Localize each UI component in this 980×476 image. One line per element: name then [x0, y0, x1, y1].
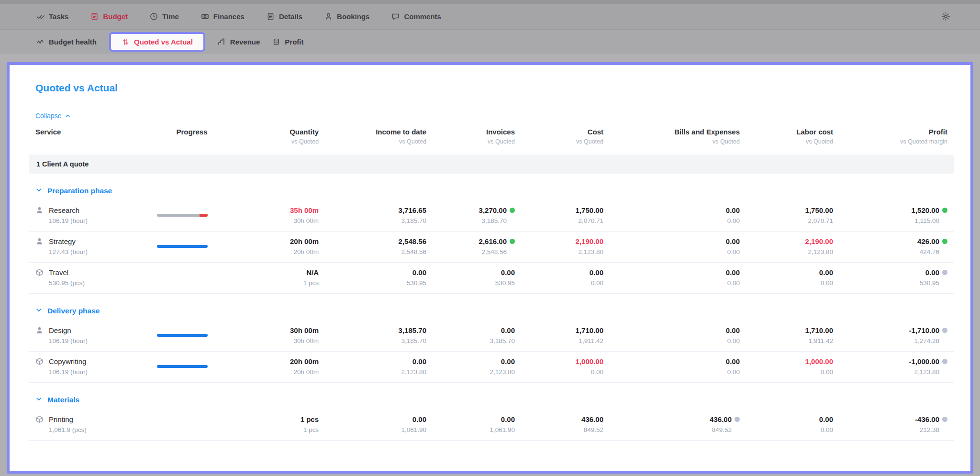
quoted-vs-actual-panel: Quoted vs Actual Collapse ServiceProgres…	[7, 62, 973, 474]
income-value-line: 0.00	[412, 415, 426, 423]
column-sublabel: vs Quoted	[740, 138, 833, 145]
table-row[interactable]: Strategy127.43 (hour)20h 00m20h 00m2,548…	[29, 232, 954, 263]
progress-fill	[157, 214, 200, 217]
chevron-down-icon[interactable]	[35, 307, 42, 315]
labor-quoted-value: 2,123.80	[808, 248, 833, 255]
quantity-value: 1 pcs	[301, 415, 319, 423]
income-quoted-value: 3,185.70	[401, 337, 426, 344]
bills-quoted-line: 849.52	[712, 426, 740, 433]
column-header-bills-and-expenses: Bills and Expensesvs Quoted	[603, 128, 740, 145]
labor-cell: 1,000.000.00	[740, 357, 833, 376]
labor-value: 0.00	[819, 268, 833, 277]
cost-value: 1,750.00	[576, 206, 603, 214]
document-icon	[267, 12, 275, 21]
package-icon	[35, 357, 44, 365]
labor-quoted-line: 0.00	[821, 279, 833, 287]
quantity-value: N/A	[306, 268, 319, 277]
table-row[interactable]: Research106.19 (hour)35h 00m30h 00m3,716…	[29, 200, 954, 232]
cost-quoted-value: 2,070.71	[578, 217, 603, 224]
quantity-quoted-value: 20h 00m	[293, 368, 319, 376]
tab-comments[interactable]: Comments	[391, 12, 441, 21]
subnav-item-quoted-vs-actual[interactable]: Quoted vs Actual	[109, 32, 205, 52]
collapse-toggle[interactable]: Collapse	[35, 112, 71, 120]
income-value: 3,716.65	[399, 206, 426, 214]
profit-value-line: -1,000.00	[909, 357, 947, 365]
chevron-up-icon	[65, 113, 71, 119]
section-header-preparation-phase[interactable]: Preparation phase	[35, 187, 954, 195]
quantity-quoted-value: 30h 00m	[293, 217, 319, 224]
labor-cell: 0.000.00	[740, 268, 833, 287]
chevron-down-icon[interactable]	[35, 396, 42, 404]
cost-value-line: 1,710.00	[576, 326, 603, 334]
profit-value: 426.00	[917, 237, 939, 245]
cost-quoted-line: 1,911.42	[579, 337, 603, 344]
table-row[interactable]: Travel530.95 (pcs)N/A1 pcs0.00530.950.00…	[29, 263, 954, 294]
labor-value: 1,750.00	[805, 206, 833, 214]
quantity-quoted-line: 20h 00m	[293, 368, 319, 376]
service-top: Printing	[35, 415, 146, 423]
service-top: Design	[35, 326, 146, 334]
coins-icon	[272, 38, 280, 46]
tab-bookings[interactable]: Bookings	[324, 12, 369, 21]
subnav-item-profit[interactable]: Profit	[272, 38, 303, 46]
progress-cell	[146, 245, 237, 248]
invoices-cell: 3,270.003,185.70	[426, 206, 515, 224]
tab-time[interactable]: Time	[150, 12, 179, 21]
column-label: Profit	[833, 128, 947, 136]
invoices-quoted-value: 2,548.56	[481, 248, 507, 255]
service-cell: Printing1,061.9 (pcs)	[29, 415, 146, 433]
profit-quoted-value: 1,274.28	[914, 337, 939, 344]
column-label: Cost	[515, 128, 603, 136]
invoices-value-line: 0.00	[501, 357, 515, 365]
invoices-value: 0.00	[501, 268, 515, 277]
column-sublabel: vs Quoted	[603, 138, 740, 145]
tab-tasks[interactable]: Tasks	[36, 12, 68, 21]
quantity-quoted-value: 20h 00m	[293, 248, 319, 255]
cost-value-line: 436.00	[581, 415, 603, 423]
labor-value: 2,190.00	[805, 237, 833, 245]
table-row[interactable]: Printing1,061.9 (pcs)1 pcs1 pcs0.001,061…	[29, 410, 954, 441]
progress-fill	[157, 365, 208, 368]
tab-details[interactable]: Details	[267, 12, 302, 21]
chevron-down-icon[interactable]	[35, 187, 42, 195]
dimmed-gap	[0, 54, 980, 62]
progress-bar	[157, 214, 208, 217]
invoices-value: 0.00	[501, 326, 515, 334]
settings-gear-icon[interactable]	[941, 12, 950, 21]
table-row[interactable]: Design106.19 (hour)30h 00m30h 00m3,185.7…	[29, 321, 954, 352]
section-header-delivery-phase[interactable]: Delivery phase	[35, 307, 954, 315]
quote-group-row[interactable]: 1 Client A quote	[29, 155, 954, 174]
profit-cell: 0.00530.95	[833, 268, 954, 287]
profit-cell: 426.00424.76	[833, 237, 954, 255]
cost-quoted-line: 2,070.71	[578, 217, 603, 224]
subnav-item-budget-health[interactable]: Budget health	[36, 38, 97, 46]
tab-budget[interactable]: Budget	[90, 12, 128, 21]
trend-line-icon	[36, 38, 45, 46]
column-sublabel: vs Quoted	[426, 138, 515, 145]
section-header-materials[interactable]: Materials	[35, 396, 954, 404]
cost-value: 1,000.00	[576, 357, 603, 365]
profit-value: -436.00	[915, 415, 939, 423]
package-icon	[35, 415, 44, 423]
progress-fill	[157, 245, 208, 248]
income-quoted-value: 2,548.56	[401, 248, 426, 255]
labor-value: 1,000.00	[805, 357, 833, 365]
column-label: Quantity	[237, 128, 319, 136]
income-value-line: 2,548.56	[399, 237, 426, 245]
status-dot-green	[510, 239, 515, 244]
invoices-quoted-line: 530.95	[495, 279, 515, 287]
income-quoted-line: 2,123.80	[401, 368, 426, 376]
income-quoted-value: 530.95	[407, 279, 426, 287]
service-name: Travel	[49, 268, 68, 277]
quantity-cell: 1 pcs1 pcs	[237, 415, 319, 433]
tab-finances[interactable]: Finances	[201, 12, 245, 21]
invoices-value-line: 2,616.00	[479, 237, 515, 245]
profit-cell: -436.00212.38	[833, 415, 954, 433]
subnav-item-revenue[interactable]: Revenue	[218, 38, 260, 46]
service-top: Strategy	[35, 237, 146, 245]
table-row[interactable]: Copywriting106.19 (hour)20h 00m20h 00m0.…	[29, 352, 954, 383]
invoices-quoted-line: 3,185.70	[490, 337, 515, 344]
labor-cell: 1,710.001,911.42	[740, 326, 833, 344]
profit-value-line: -1,710.00	[909, 326, 947, 334]
progress-bar	[157, 334, 208, 337]
